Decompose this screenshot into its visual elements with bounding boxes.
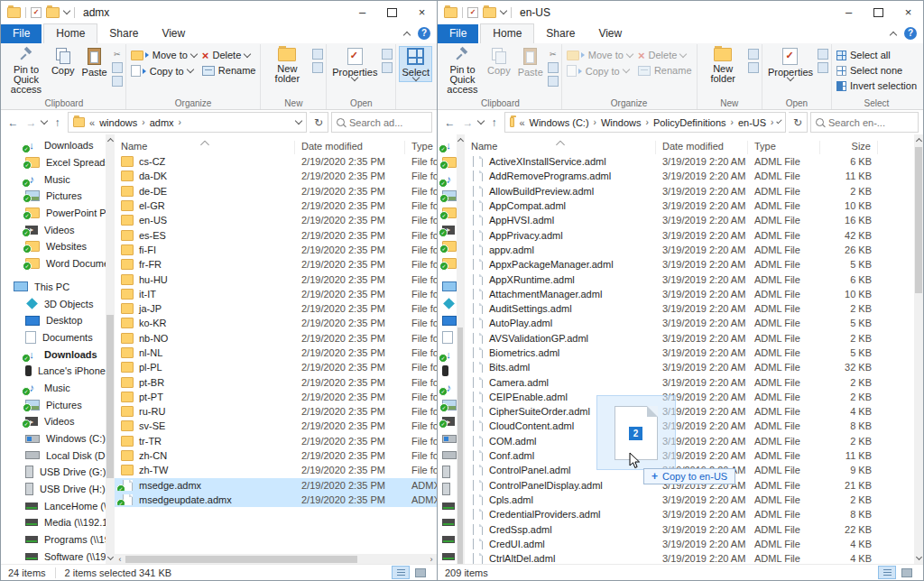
file-row[interactable]: ✓ ja-JP 2/19/2020 2:35 PM File folder [115, 301, 437, 316]
rename-button[interactable]: Rename [200, 64, 258, 77]
file-row[interactable]: AuditSettings.adml 3/19/2019 2:20 AM ADM… [465, 301, 923, 316]
sidebar-item[interactable]: ✓ Videos [1, 413, 115, 430]
column-header-date[interactable]: Date modified [656, 141, 748, 154]
details-view-button[interactable] [878, 566, 896, 579]
sidebar-item[interactable]: ✓ Music [1, 380, 115, 397]
qat-customize-icon[interactable] [500, 7, 507, 14]
file-row[interactable]: AppHVSI.adml 3/19/2019 2:20 AM ADML File… [465, 213, 923, 227]
sidebar-scrollbar[interactable] [106, 134, 115, 564]
file-row[interactable]: ✓ zh-TW 2/19/2020 2:35 PM File folder [115, 463, 437, 477]
recent-locations-icon[interactable] [41, 117, 48, 124]
file-row[interactable]: AppCompat.adml 3/19/2019 2:20 AM ADML Fi… [465, 198, 923, 213]
file-row[interactable]: ✓ fi-FI 2/19/2020 2:35 PM File folder [115, 243, 437, 257]
tab-home[interactable]: Home [43, 23, 97, 43]
up-button[interactable]: ↑ [486, 116, 502, 129]
tab-home[interactable]: Home [480, 23, 534, 43]
tab-view[interactable]: View [587, 24, 633, 43]
qat-customize-icon[interactable] [63, 7, 70, 14]
column-header-name[interactable]: Name [115, 141, 295, 154]
back-button[interactable]: ← [442, 116, 457, 129]
breadcrumb-segment[interactable]: windows › [99, 117, 145, 128]
sidebar-item[interactable]: ✓ Lance's iPhone [1, 363, 115, 380]
sidebar-item[interactable]: ✓ USB Drive (G:) [1, 464, 115, 481]
copy-to-button[interactable]: Copy to [129, 64, 199, 78]
file-row[interactable]: COM.adml 3/19/2019 2:20 AM ADML File 2 K… [465, 434, 923, 448]
file-row[interactable]: ✓ de-DE 2/19/2020 2:35 PM File folder [115, 184, 437, 198]
sidebar-item[interactable]: ✓ Word Documen [1, 255, 115, 272]
history-icon[interactable] [818, 62, 828, 73]
file-row[interactable]: AVSValidationGP.adml 3/19/2019 2:20 AM A… [465, 331, 923, 346]
rename-button[interactable]: Rename [636, 64, 694, 77]
tab-view[interactable]: View [150, 24, 197, 43]
maximize-button[interactable] [377, 1, 407, 23]
file-row[interactable]: ✓ pl-PL 2/19/2020 2:35 PM File folder [115, 360, 437, 374]
maximize-button[interactable] [864, 1, 893, 23]
edit-icon[interactable] [382, 49, 393, 60]
file-row[interactable]: CEIPEnable.adml 3/19/2019 2:20 AM ADML F… [465, 390, 923, 404]
properties-button[interactable]: Properties [765, 46, 816, 82]
copy-to-button[interactable]: Copy to [565, 64, 634, 78]
collapse-ribbon-icon[interactable] [403, 31, 411, 38]
copy-path-icon[interactable] [112, 62, 123, 73]
search-input[interactable]: Search en-... [810, 112, 919, 133]
file-row[interactable]: ✓ hu-HU 2/19/2020 2:35 PM File folder [115, 272, 437, 286]
new-folder-qat-icon[interactable] [483, 7, 496, 18]
sidebar-item[interactable]: ✓ 3D Objects [1, 295, 115, 312]
address-dropdown-icon[interactable] [295, 117, 302, 124]
file-row[interactable]: ✓ ko-KR 2/19/2020 2:35 PM File folder [115, 316, 437, 330]
file-row[interactable]: ✓ zh-CN 2/19/2020 2:35 PM File folder [115, 448, 437, 463]
help-icon[interactable]: ? [418, 27, 430, 40]
horizontal-scrollbar[interactable]: ‹ › [115, 554, 437, 564]
file-row[interactable]: ✓ tr-TR 2/19/2020 2:35 PM File folder [115, 434, 437, 448]
file-row[interactable]: AppxPackageManager.adml 3/19/2019 2:20 A… [465, 257, 923, 272]
tab-share[interactable]: Share [97, 24, 150, 43]
sidebar-item[interactable]: ✓ Documents [1, 329, 115, 346]
column-header-date[interactable]: Date modified [295, 141, 405, 154]
tab-file[interactable]: File [438, 24, 478, 43]
file-row[interactable]: ✓ it-IT 2/19/2020 2:35 PM File folder [115, 287, 437, 301]
properties-qat-icon[interactable]: ✓ [31, 7, 42, 18]
file-row[interactable]: appv.adml 3/19/2019 2:20 AM ADML File 26… [465, 243, 923, 257]
file-row[interactable]: ✓ pt-BR 2/19/2020 2:35 PM File folder [115, 374, 437, 389]
column-header-type[interactable]: Type [748, 141, 820, 154]
file-row[interactable]: CtrlAltDel.adml 3/19/2019 2:20 AM ADML F… [465, 551, 923, 564]
file-row[interactable]: CipherSuiteOrder.adml 3/19/2019 2:20 AM … [465, 404, 923, 419]
select-none-button[interactable]: Select none [835, 64, 919, 77]
file-row[interactable]: ✓ da-DK 2/19/2020 2:35 PM File folder [115, 169, 437, 183]
back-button[interactable]: ← [5, 116, 21, 129]
new-folder-button[interactable]: New folder [263, 46, 310, 86]
properties-button[interactable]: Properties [329, 46, 380, 82]
column-header-type[interactable]: Type [405, 141, 437, 154]
details-view-button[interactable] [392, 566, 410, 579]
file-row[interactable]: Bits.adml 3/19/2019 2:20 AM ADML File 32… [465, 360, 923, 374]
thumbnails-view-button[interactable] [898, 566, 916, 579]
delete-button[interactable]: × Delete [200, 49, 258, 61]
sidebar-item[interactable]: ✓ Downloads [1, 137, 115, 154]
breadcrumb-segment[interactable]: PolicyDefinitions › [653, 117, 734, 128]
move-to-button[interactable]: Move to [129, 49, 199, 61]
file-row[interactable]: AppXRuntime.adml 3/19/2019 2:20 AM ADML … [465, 272, 923, 286]
sidebar-item[interactable]: ✓ Videos [1, 221, 115, 238]
titlebar[interactable]: ✓ en-US – × [438, 1, 923, 23]
column-header-name[interactable]: Name [465, 141, 656, 154]
breadcrumb-segment[interactable]: en-US › [738, 117, 774, 128]
refresh-button[interactable]: ↻ [789, 112, 808, 133]
file-row[interactable]: ✓ pt-PT 2/19/2020 2:35 PM File folder [115, 390, 437, 404]
file-row[interactable]: AutoPlay.adml 3/19/2019 2:20 AM ADML Fil… [465, 316, 923, 330]
breadcrumb-segment[interactable]: Windows (C:) › [530, 117, 596, 128]
minimize-button[interactable]: – [347, 1, 377, 23]
delete-button[interactable]: × Delete [636, 49, 694, 61]
file-row[interactable]: CredUI.adml 3/19/2019 2:20 AM ADML File … [465, 537, 923, 551]
copy-button[interactable]: Copy [485, 46, 513, 78]
sidebar-scrollbar[interactable] [457, 134, 464, 564]
recent-locations-icon[interactable] [477, 117, 485, 124]
file-row[interactable]: ✓ sv-SE 2/19/2020 2:35 PM File folder [115, 419, 437, 433]
collapse-ribbon-icon[interactable] [890, 31, 897, 38]
file-row[interactable]: ✓ es-ES 2/19/2020 2:35 PM File folder [115, 227, 437, 242]
file-list-scrollbar[interactable] [914, 134, 923, 564]
up-button[interactable]: ↑ [50, 116, 65, 129]
new-folder-qat-icon[interactable] [46, 7, 60, 18]
sidebar-item[interactable]: ✓ PowerPoint Pres [1, 205, 115, 222]
forward-button[interactable]: → [460, 116, 476, 129]
sidebar-item[interactable]: ✓ Excel Spreadshe [1, 154, 115, 171]
